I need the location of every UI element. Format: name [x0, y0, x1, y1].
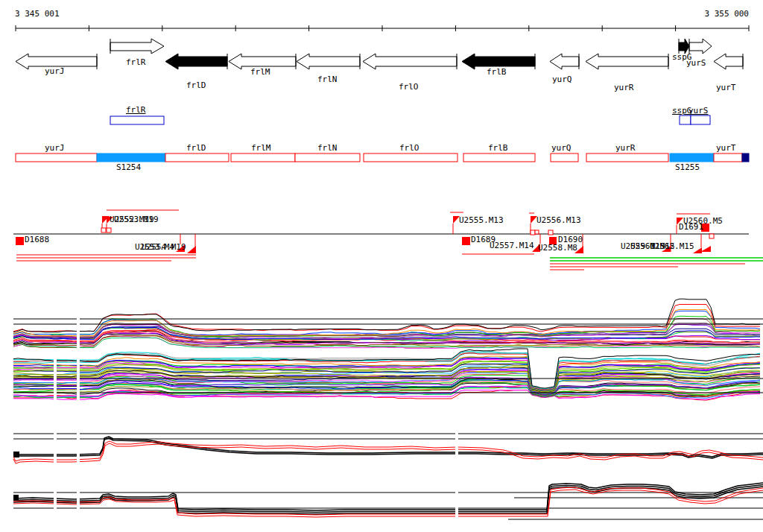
probe-flag-down[interactable]: [187, 246, 196, 253]
map-segment-frlN[interactable]: [295, 153, 360, 162]
gene-label-yurJ[interactable]: yurJ: [45, 67, 65, 75]
gene-arrow-frlO[interactable]: [363, 54, 457, 69]
plot-gap: [455, 428, 458, 532]
probe-label-D1691[interactable]: D1691: [679, 223, 703, 231]
probe-label-U2562.M15[interactable]: U2562.M15: [650, 242, 694, 250]
map-label-frlO[interactable]: frlO: [399, 144, 420, 152]
probe-label-U2557.M14[interactable]: U2557.M14: [490, 241, 534, 250]
map-label-frlD[interactable]: frlD: [186, 144, 206, 152]
probe-label-U2554.M19[interactable]: U2554.M19: [142, 243, 186, 251]
probe-label-U2555.M13[interactable]: U2555.M13: [459, 216, 504, 224]
map-segment-frlM[interactable]: [231, 153, 295, 162]
expression-band-upper: [13, 299, 760, 348]
map-label-frlM[interactable]: frlM: [251, 144, 271, 152]
browser-canvas: [0, 0, 763, 532]
subfeature-box-sspG[interactable]: [680, 115, 691, 124]
probe-open-square[interactable]: [535, 230, 539, 234]
probe-label-U2556.M13[interactable]: U2556.M13: [536, 216, 581, 224]
probe-open-square[interactable]: [107, 228, 111, 232]
subfeature-track: [110, 115, 710, 124]
subfeature-box-frlR[interactable]: [110, 116, 164, 124]
map-segment-yurQ[interactable]: [551, 153, 578, 162]
gene-arrow-frlR[interactable]: [110, 39, 164, 54]
map-label-yurT[interactable]: yurT: [716, 144, 736, 152]
map-segment-end[interactable]: [742, 153, 749, 162]
gene-arrow-frlD[interactable]: [165, 54, 227, 69]
map-label-S1255[interactable]: S1255: [675, 163, 700, 171]
gene-arrow-yurS[interactable]: [689, 39, 712, 54]
map-segment-frlD[interactable]: [165, 153, 229, 162]
probe-open-square[interactable]: [531, 230, 535, 235]
map-label-frlN[interactable]: frlN: [317, 144, 338, 152]
ruler: [16, 25, 749, 31]
plot-gap: [54, 356, 57, 532]
map-segment-S1255[interactable]: [670, 153, 714, 162]
plot-gap: [77, 309, 80, 532]
probe-open-square[interactable]: [101, 228, 106, 232]
probe-label-U2558.M8[interactable]: U2558.M8: [538, 244, 577, 252]
map-segment-S1254[interactable]: [97, 153, 165, 162]
gene-label-yurT[interactable]: yurT: [716, 83, 736, 92]
map-label-yurJ[interactable]: yurJ: [45, 144, 65, 152]
probe-flag-down[interactable]: [700, 246, 711, 252]
gene-label-yurQ[interactable]: yurQ: [552, 75, 572, 83]
map-segment-frlO[interactable]: [364, 153, 458, 162]
expression-band-upper-line: [13, 305, 760, 332]
map-label-S1254[interactable]: S1254: [116, 163, 141, 171]
subfeature-label-yurS[interactable]: yurS: [688, 107, 709, 115]
ratio-plots: [13, 437, 763, 517]
probe-flag-down[interactable]: [693, 247, 702, 253]
map-segment-yurJ[interactable]: [16, 153, 97, 162]
probe-square[interactable]: [462, 237, 470, 245]
subfeature-label-frlR[interactable]: frlR: [126, 106, 146, 114]
gene-arrow-frlN[interactable]: [297, 54, 360, 69]
map-segment-yurR[interactable]: [586, 153, 668, 162]
gene-arrow-yurT[interactable]: [714, 54, 743, 69]
gene-label-frlO[interactable]: frlO: [399, 83, 419, 91]
ratio-plot1-black: [13, 438, 763, 458]
map-track: [16, 153, 749, 162]
gene-label-frlD[interactable]: frlD: [186, 81, 206, 89]
probe-open-square[interactable]: [709, 234, 714, 238]
map-segment-frlB[interactable]: [463, 153, 535, 162]
map-segment-yurT[interactable]: [714, 153, 742, 162]
probe-label-D1688[interactable]: D1688: [25, 235, 49, 244]
map-label-yurR[interactable]: yurR: [615, 144, 636, 152]
gene-arrow-yurQ[interactable]: [550, 54, 579, 69]
gene-label-frlB[interactable]: frlB: [487, 68, 507, 76]
probe-label-U2553.M19[interactable]: U2553.M19: [114, 215, 159, 224]
gene-track: [16, 39, 743, 69]
plot-start-mark: [13, 495, 19, 500]
subfeature-box-yurS[interactable]: [691, 115, 710, 124]
probe-open-square[interactable]: [548, 230, 553, 235]
gene-label-frlN[interactable]: frlN: [317, 75, 338, 83]
gene-label-frlM[interactable]: frlM: [250, 68, 270, 76]
genome-browser: 3 345 001 3 355 000 yurJfrlRfrlDfrlMfrlN…: [0, 0, 763, 532]
map-label-frlB[interactable]: frlB: [488, 144, 508, 152]
gene-label-yurS[interactable]: yurS: [686, 59, 706, 67]
gene-arrow-yurR[interactable]: [586, 54, 668, 69]
map-label-yurQ[interactable]: yurQ: [551, 144, 572, 152]
gene-label-frlR[interactable]: frlR: [126, 58, 146, 66]
probe-square[interactable]: [16, 237, 24, 245]
gene-arrow-sspG[interactable]: [679, 39, 689, 54]
gene-label-yurR[interactable]: yurR: [614, 83, 634, 92]
